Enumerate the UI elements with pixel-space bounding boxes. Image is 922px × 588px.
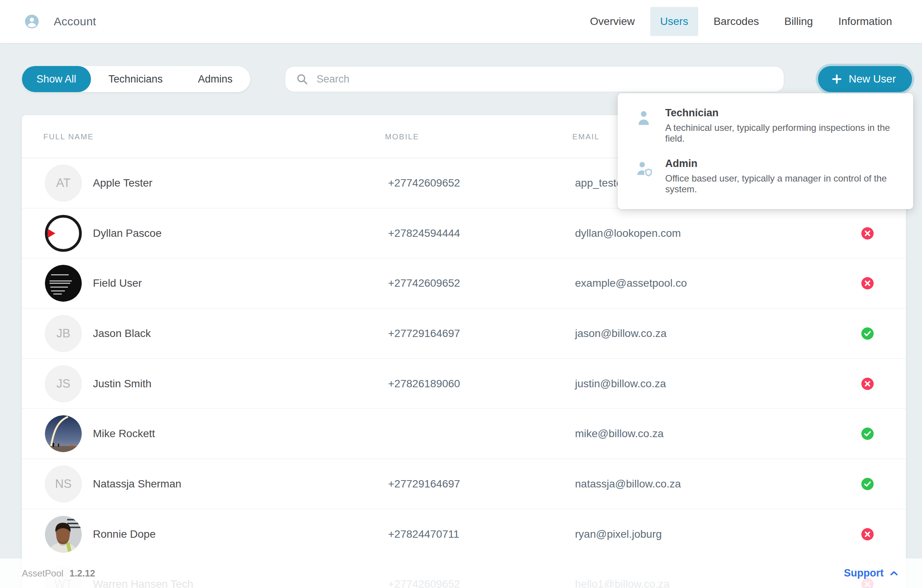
user-email: mike@billow.co.za: [575, 428, 664, 440]
column-header-mobile: MOBILE: [385, 132, 419, 141]
tab-overview[interactable]: Overview: [580, 7, 645, 36]
filter-show-all[interactable]: Show All: [22, 66, 91, 92]
user-name: Jason Black: [93, 327, 151, 340]
menu-item-technician[interactable]: TechnicianA techinical user, typically p…: [634, 107, 898, 144]
user-name: Dyllan Pascoe: [93, 227, 162, 239]
table-row[interactable]: JB Jason Black +27729164697 jason@billow…: [22, 309, 906, 359]
top-bar: Account OverviewUsersBarcodesBillingInfo…: [0, 0, 922, 43]
menu-item-description: A techinical user, typically performing …: [665, 122, 898, 144]
table-row[interactable]: Dyllan Pascoe +27824594444 dyllan@lookop…: [22, 208, 906, 259]
user-email: example@assetpool.co: [575, 277, 687, 289]
table-row[interactable]: JS Justin Smith +27826189060 justin@bill…: [22, 359, 906, 409]
tab-barcodes[interactable]: Barcodes: [704, 7, 769, 36]
table-body: AT Apple Tester +27742609652 app_tester@…: [22, 158, 906, 588]
user-name: Ronnie Dope: [93, 528, 155, 540]
chevron-up-icon: [889, 568, 899, 578]
app-version: 1.2.12: [69, 568, 95, 579]
app-name: AssetPool: [22, 568, 63, 579]
filter-technicians[interactable]: Technicians: [91, 66, 180, 92]
user-email: dyllan@lookopen.com: [575, 227, 681, 239]
user-name: Mike Rockett: [93, 428, 155, 440]
tab-information[interactable]: Information: [828, 7, 902, 36]
filter-admins[interactable]: Admins: [180, 66, 250, 92]
user-name: Natassja Sherman: [93, 478, 181, 490]
new-user-menu: TechnicianA techinical user, typically p…: [618, 93, 913, 209]
user-mobile: +27824470711: [388, 528, 459, 540]
menu-item-description: Office based user, typically a manager i…: [665, 173, 898, 195]
tab-users[interactable]: Users: [650, 7, 698, 36]
search: [285, 66, 784, 92]
support-label: Support: [844, 567, 884, 579]
avatar-photo: [45, 265, 82, 302]
user-email: jason@billow.co.za: [575, 327, 667, 340]
user-filter-group: Show AllTechniciansAdmins: [22, 66, 250, 92]
footer-bar: AssetPool 1.2.12 Support: [0, 558, 922, 588]
account-icon: [24, 13, 40, 30]
menu-item-admin[interactable]: AdminOffice based user, typically a mana…: [634, 158, 898, 195]
table-row[interactable]: Mike Rockett mike@billow.co.za: [22, 409, 906, 459]
page-title: Account: [54, 15, 96, 28]
search-input[interactable]: [285, 66, 784, 92]
avatar-initials: JS: [45, 365, 82, 402]
user-name: Apple Tester: [93, 177, 152, 189]
user-mobile: +27742609652: [388, 277, 460, 289]
support-button[interactable]: Support: [844, 567, 899, 579]
tab-billing[interactable]: Billing: [774, 7, 823, 36]
toolbar: Show AllTechniciansAdmins New User: [22, 66, 912, 92]
user-mobile: +27826189060: [388, 378, 460, 390]
table-row[interactable]: NS Natassja Sherman +27729164697 natassj…: [22, 459, 906, 509]
user-email: justin@billow.co.za: [575, 378, 666, 390]
status-confirmed-icon: [861, 327, 874, 340]
menu-item-title: Technician: [665, 107, 898, 119]
technician-person-icon: [634, 107, 656, 144]
user-name: Field User: [93, 277, 142, 289]
plus-icon: [831, 73, 843, 85]
user-email: ryan@pixel.joburg: [575, 528, 662, 540]
menu-item-title: Admin: [665, 158, 898, 170]
user-mobile: +27729164697: [388, 327, 460, 340]
top-nav: OverviewUsersBarcodesBillingInformation: [580, 7, 902, 36]
status-unconfirmed-icon: [861, 277, 874, 289]
status-unconfirmed-icon: [861, 227, 874, 239]
new-user-label: New User: [849, 73, 896, 85]
avatar-initials: NS: [45, 466, 82, 502]
avatar-initials: AT: [45, 165, 82, 202]
user-mobile: +27742609652: [388, 177, 460, 189]
avatar-record-icon: [45, 215, 82, 252]
search-icon: [296, 73, 309, 86]
user-mobile: +27824594444: [388, 227, 460, 239]
status-unconfirmed-icon: [861, 378, 874, 390]
user-name: Justin Smith: [93, 378, 152, 390]
table-row[interactable]: Ronnie Dope +27824470711 ryan@pixel.jobu…: [22, 509, 906, 560]
new-user-button[interactable]: New User: [818, 66, 912, 92]
user-mobile: +27729164697: [388, 478, 460, 490]
admin-person-shield-icon: [634, 158, 656, 195]
status-unconfirmed-icon: [861, 528, 874, 540]
user-email: natassja@billow.co.za: [575, 478, 681, 490]
avatar-initials: JB: [45, 315, 82, 352]
status-confirmed-icon: [861, 428, 874, 440]
avatar-photo: [45, 415, 82, 452]
avatar-photo: [45, 516, 82, 553]
column-header-email: EMAIL: [572, 132, 600, 141]
status-confirmed-icon: [861, 478, 874, 490]
table-row[interactable]: Field User +27742609652 example@assetpoo…: [22, 258, 906, 309]
column-header-full-name: FULL NAME: [43, 132, 94, 141]
